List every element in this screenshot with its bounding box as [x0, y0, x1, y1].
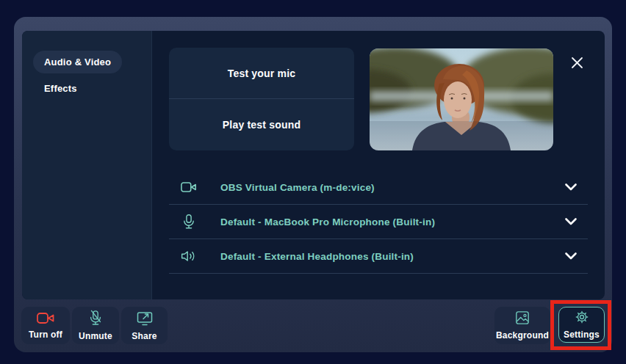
chevron-down-icon[interactable]: [564, 252, 578, 261]
background-button[interactable]: Background: [494, 307, 550, 344]
microphone-select-value: Default - MacBook Pro Microphone (Built-…: [220, 216, 435, 228]
device-list: OBS Virtual Camera (m-de:vice) Default -…: [169, 170, 588, 274]
speaker-icon: [181, 249, 197, 263]
chevron-down-icon[interactable]: [564, 217, 578, 226]
camera-preview: [370, 48, 553, 150]
image-icon: [515, 310, 530, 328]
turn-off-camera-button[interactable]: Turn off: [21, 307, 70, 344]
sidebar-item-effects[interactable]: Effects: [44, 83, 151, 94]
settings-label: Settings: [564, 330, 600, 340]
camera-select-row[interactable]: OBS Virtual Camera (m-de:vice): [169, 170, 588, 205]
background-label: Background: [496, 330, 549, 341]
microphone-icon: [181, 214, 197, 230]
sidebar-item-audio-video[interactable]: Audio & Video: [33, 51, 122, 73]
gear-icon: [575, 310, 589, 327]
screen-share-icon: [137, 310, 153, 329]
play-test-sound-button[interactable]: Play test sound: [169, 99, 354, 150]
chevron-down-icon[interactable]: [564, 183, 578, 192]
unmute-button[interactable]: Unmute: [72, 307, 119, 344]
unmute-label: Unmute: [79, 331, 112, 341]
camera-select-value: OBS Virtual Camera (m-de:vice): [220, 182, 375, 193]
video-camera-icon: [181, 181, 197, 194]
microphone-muted-icon: [88, 310, 103, 329]
share-screen-button[interactable]: Share: [121, 307, 168, 344]
settings-dialog-content: Audio & Video Effects Test your mic Play…: [22, 31, 605, 299]
close-icon[interactable]: [566, 51, 588, 73]
share-label: Share: [132, 331, 156, 341]
app-window: Audio & Video Effects Test your mic Play…: [0, 0, 626, 364]
video-camera-off-icon: [37, 312, 54, 327]
microphone-select-row[interactable]: Default - MacBook Pro Microphone (Built-…: [169, 205, 588, 239]
speaker-select-value: Default - External Headphones (Built-in): [220, 251, 414, 262]
settings-sidebar: Audio & Video Effects: [22, 31, 152, 299]
speaker-select-row[interactable]: Default - External Headphones (Built-in): [169, 239, 588, 274]
turn-off-label: Turn off: [29, 330, 62, 340]
test-mic-button[interactable]: Test your mic: [169, 48, 354, 98]
audio-test-card: Test your mic Play test sound: [169, 48, 354, 150]
settings-button[interactable]: Settings: [558, 307, 605, 343]
